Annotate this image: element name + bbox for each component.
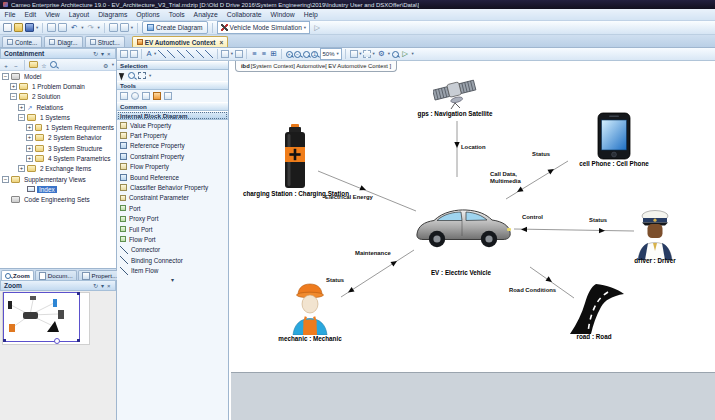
- magnifier-tool-icon[interactable]: [128, 72, 135, 79]
- refresh-icon[interactable]: ↻: [91, 282, 99, 289]
- selection-more-icon[interactable]: ▾: [149, 71, 151, 81]
- pointer-tool-icon[interactable]: [119, 71, 126, 80]
- viewport-handle-icon[interactable]: [77, 292, 80, 295]
- tree-item-problem-domain[interactable]: + 1 Problem Domain: [0, 81, 116, 91]
- palette-item-part-property[interactable]: Part Property: [117, 130, 228, 140]
- sticky-tool-icon[interactable]: [120, 92, 128, 100]
- tree-item-supplementary-views[interactable]: − Supplementary Views: [0, 174, 116, 184]
- execute-dropdown-icon[interactable]: ▾: [412, 49, 414, 59]
- grid-options-icon[interactable]: [350, 50, 358, 58]
- line-style-icon[interactable]: [158, 50, 166, 58]
- zoom-level-combo[interactable]: 50% ▾: [320, 48, 342, 60]
- close-panel-icon[interactable]: ×: [105, 283, 112, 289]
- palette-item-reference-property[interactable]: Reference Property: [117, 141, 228, 151]
- palette-item-full-port[interactable]: Full Port: [117, 224, 228, 234]
- rect-select-tool-icon[interactable]: [138, 72, 146, 79]
- line-style-icon[interactable]: [205, 50, 213, 58]
- open-project-icon[interactable]: [14, 23, 23, 32]
- refresh-icon[interactable]: ↻: [91, 50, 99, 57]
- line-style-icon[interactable]: [167, 50, 175, 58]
- expand-all-icon[interactable]: +: [2, 61, 10, 69]
- palette-more-icon[interactable]: ▾: [117, 276, 228, 283]
- tree-item-systems[interactable]: − 1 Systems: [0, 112, 116, 122]
- paste-icon[interactable]: [58, 23, 67, 32]
- target-tool-icon[interactable]: [131, 92, 139, 100]
- validate-icon[interactable]: [109, 23, 118, 32]
- save-dropdown-icon[interactable]: ▾: [36, 23, 38, 33]
- menu-file[interactable]: File: [0, 11, 20, 18]
- redo-icon[interactable]: ↷: [86, 23, 96, 33]
- align-center-icon[interactable]: ≡: [260, 49, 268, 59]
- tree-item-exchange-items[interactable]: + 2 Exchange Items: [0, 164, 116, 174]
- minimap-viewport[interactable]: [3, 292, 80, 342]
- text-tool-dropdown-icon[interactable]: ▾: [154, 49, 156, 59]
- expand-icon[interactable]: +: [18, 104, 25, 111]
- flow-label-electrical-energy[interactable]: Electrical Energy: [325, 194, 373, 200]
- menu-edit[interactable]: Edit: [20, 11, 41, 18]
- node-gps-satellite[interactable]: [433, 76, 477, 110]
- tree-options-gear-icon[interactable]: ⚙: [102, 61, 110, 69]
- line-style-icon[interactable]: [177, 50, 185, 58]
- node-label-mechanic[interactable]: mechanic : Mechanic: [278, 335, 341, 342]
- menu-view[interactable]: View: [41, 11, 65, 18]
- menu-options[interactable]: Options: [132, 11, 164, 18]
- create-diagram-button[interactable]: Create Diagram: [142, 21, 208, 34]
- tree-item-system-requirements[interactable]: + 1 System Requirements: [0, 122, 116, 132]
- align-left-icon[interactable]: ≡: [251, 49, 259, 59]
- tab-zoom[interactable]: Zoom: [1, 270, 34, 280]
- flow-label-road-conditions[interactable]: Road Conditions: [509, 287, 556, 293]
- node-mechanic[interactable]: [291, 281, 329, 335]
- zoom-in-icon[interactable]: +: [286, 51, 293, 58]
- collapse-icon[interactable]: −: [10, 93, 17, 100]
- tab-ev-automotive-context[interactable]: EV Automotive Context ×: [132, 36, 229, 47]
- menu-layout[interactable]: Layout: [64, 11, 93, 18]
- palette-item-item-flow[interactable]: Item Flow: [117, 265, 228, 275]
- palette-item-proxy-port[interactable]: Proxy Port: [117, 214, 228, 224]
- image-export-icon[interactable]: [120, 23, 129, 32]
- redo-dropdown-icon[interactable]: ▾: [98, 23, 100, 33]
- tree-options-dropdown-icon[interactable]: ▾: [112, 60, 114, 70]
- tree-item-solution[interactable]: − 2 Solution: [0, 92, 116, 102]
- grid-options-dropdown-icon[interactable]: ▾: [359, 49, 361, 59]
- palette-item-constraint-property[interactable]: Constraint Property: [117, 151, 228, 161]
- run-simulation-icon[interactable]: ▷: [312, 23, 322, 33]
- palette-section-internal-block-diagram[interactable]: Internal Block Diagram: [117, 111, 228, 120]
- diagram-settings-gear-icon[interactable]: ⚙: [376, 49, 386, 59]
- menu-diagrams[interactable]: Diagrams: [94, 11, 132, 18]
- collapse-icon[interactable]: −: [2, 73, 9, 80]
- new-project-icon[interactable]: [3, 23, 12, 32]
- tree-item-model[interactable]: − Model: [0, 71, 116, 81]
- expand-icon[interactable]: +: [26, 145, 33, 152]
- tree-item-system-parametrics[interactable]: + 4 System Parametrics: [0, 153, 116, 163]
- show-grid-icon[interactable]: [130, 50, 138, 58]
- node-label-gps[interactable]: gps : Navigation Satellite: [418, 110, 493, 117]
- text-tool-icon[interactable]: A: [146, 49, 153, 59]
- palette-item-constraint-parameter[interactable]: Constraint Parameter: [117, 193, 228, 203]
- tree-item-code-engineering-sets[interactable]: Code Engineering Sets: [0, 195, 116, 205]
- tree-item-relations[interactable]: + ↗ Relations: [0, 102, 116, 112]
- flow-label-status-phone[interactable]: Status: [532, 151, 550, 157]
- undo-icon[interactable]: ↶: [69, 23, 79, 33]
- palette-item-flow-port[interactable]: Flow Port: [117, 234, 228, 244]
- gear-dropdown-icon[interactable]: ▾: [388, 49, 390, 59]
- undo-dropdown-icon[interactable]: ▾: [81, 23, 83, 33]
- tab-documentation[interactable]: Docum...: [35, 270, 77, 280]
- active-tool-icon[interactable]: [153, 92, 161, 100]
- zoom-actual-icon[interactable]: 1: [311, 51, 318, 58]
- simulation-config-combo[interactable]: Vehicle Mode Simulation ▾: [217, 21, 310, 34]
- node-driver[interactable]: [636, 208, 674, 260]
- flow-label-status-mechanic[interactable]: Status: [326, 277, 344, 283]
- expand-icon[interactable]: +: [26, 134, 33, 141]
- menu-window[interactable]: Window: [266, 11, 299, 18]
- line-style-icon[interactable]: [186, 50, 194, 58]
- menu-analyze[interactable]: Analyze: [189, 11, 222, 18]
- expand-icon[interactable]: +: [10, 83, 17, 90]
- collapse-icon[interactable]: −: [2, 176, 9, 183]
- tree-item-system-behavior[interactable]: + 2 System Behavior: [0, 133, 116, 143]
- layout-options-dropdown-icon[interactable]: ▾: [373, 49, 375, 59]
- flow-label-maintenance[interactable]: Maintenance: [355, 250, 391, 256]
- expand-icon[interactable]: +: [26, 124, 33, 131]
- node-electric-vehicle[interactable]: [410, 203, 514, 251]
- close-tab-icon[interactable]: ×: [219, 39, 223, 46]
- image-export-dropdown-icon[interactable]: ▾: [131, 23, 133, 33]
